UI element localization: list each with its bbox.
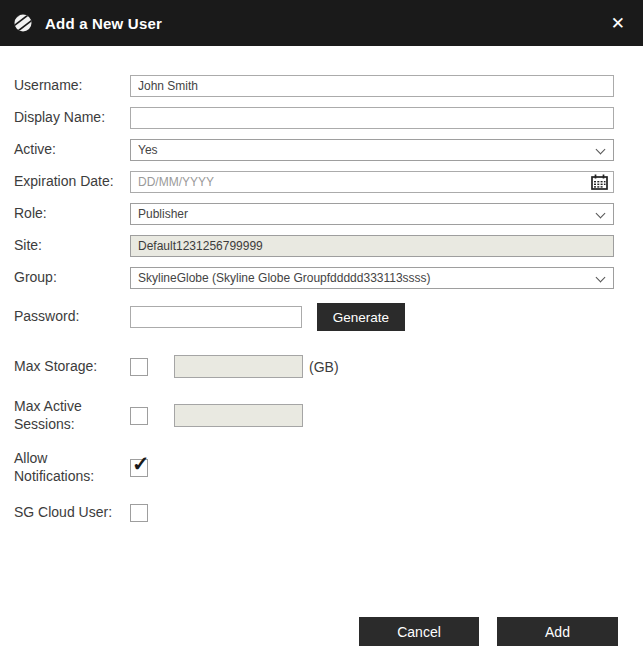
expiration-date-label: Expiration Date: — [14, 173, 130, 191]
close-icon: ✕ — [611, 14, 625, 33]
generate-password-button[interactable]: Generate — [317, 303, 405, 331]
site-input-disabled — [130, 235, 614, 257]
password-input[interactable] — [130, 306, 302, 328]
group-row: Group: SkylineGlobe (Skyline Globe Group… — [14, 267, 614, 289]
display-name-row: Display Name: — [14, 107, 614, 129]
role-select[interactable]: Publisher — [130, 203, 614, 225]
add-button[interactable]: Add — [497, 617, 618, 646]
dialog-footer: Cancel Add — [359, 617, 618, 646]
role-row: Role: Publisher — [14, 203, 614, 225]
close-button[interactable]: ✕ — [605, 11, 631, 36]
role-label: Role: — [14, 205, 130, 223]
add-new-user-dialog: Add a New User ✕ Username: Display Name:… — [0, 0, 643, 646]
dialog-title: Add a New User — [45, 15, 162, 32]
skyline-globe-logo-icon — [13, 13, 33, 33]
max-active-sessions-checkbox[interactable] — [130, 407, 148, 425]
display-name-input[interactable] — [130, 107, 614, 129]
max-storage-unit-label: (GB) — [309, 359, 339, 375]
active-row: Active: Yes — [14, 139, 614, 161]
group-label: Group: — [14, 269, 130, 287]
dialog-titlebar: Add a New User ✕ — [0, 0, 643, 46]
sg-cloud-user-label: SG Cloud User: — [14, 504, 130, 522]
username-label: Username: — [14, 77, 130, 95]
max-active-sessions-label: Max Active Sessions: — [14, 398, 130, 433]
site-label: Site: — [14, 237, 130, 255]
allow-notifications-label: Allow Notifications: — [14, 450, 130, 485]
active-label: Active: — [14, 141, 130, 159]
expiration-date-row: Expiration Date: — [14, 171, 614, 193]
cancel-button[interactable]: Cancel — [359, 617, 479, 646]
max-storage-input-disabled — [174, 355, 303, 378]
calendar-icon[interactable] — [591, 174, 608, 190]
sg-cloud-user-row: SG Cloud User: — [14, 504, 614, 522]
active-select[interactable]: Yes — [130, 139, 614, 161]
add-user-form: Username: Display Name: Active: Yes Expi… — [0, 46, 643, 522]
site-row: Site: — [14, 235, 614, 257]
checkmark-icon: ✓ — [132, 453, 150, 474]
password-row: Password: Generate — [14, 303, 614, 331]
expiration-date-input[interactable] — [130, 171, 614, 193]
max-active-sessions-row: Max Active Sessions: — [14, 398, 614, 433]
group-select[interactable]: SkylineGlobe (Skyline Globe Groupfddddd3… — [130, 267, 614, 289]
allow-notifications-checkbox-checked[interactable]: ✓ — [130, 459, 148, 477]
display-name-label: Display Name: — [14, 109, 130, 127]
allow-notifications-row: Allow Notifications: ✓ — [14, 450, 614, 485]
password-label: Password: — [14, 308, 130, 326]
max-storage-row: Max Storage: (GB) — [14, 355, 614, 378]
username-row: Username: — [14, 75, 614, 97]
sg-cloud-user-checkbox[interactable] — [130, 504, 148, 522]
max-storage-checkbox[interactable] — [130, 358, 148, 376]
max-active-sessions-input-disabled — [174, 404, 303, 427]
max-storage-label: Max Storage: — [14, 358, 130, 376]
username-input[interactable] — [130, 75, 614, 97]
